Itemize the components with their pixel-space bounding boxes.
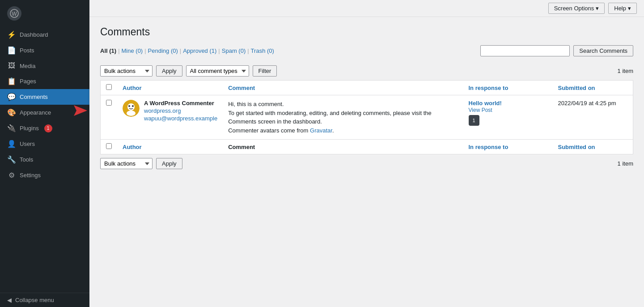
submitted-column-header[interactable]: Submitted on	[553, 81, 633, 95]
row-checkbox[interactable]	[106, 100, 112, 106]
author-column-header[interactable]: Author	[117, 81, 223, 95]
apply-button-top[interactable]: Apply	[156, 65, 182, 77]
submitted-cell: 2022/04/19 at 4:25 pm	[553, 95, 633, 140]
comment-types-select[interactable]: All comment types Comments Pings	[186, 65, 249, 77]
author-email-link[interactable]: wapuu@wordpress.example	[144, 115, 217, 122]
sidebar-item-plugins[interactable]: 🔌 Plugins 1	[0, 120, 89, 136]
sidebar-item-label: Media	[20, 63, 35, 69]
comment-cell: Hi, this is a comment. To get started wi…	[223, 95, 463, 140]
sidebar-item-settings[interactable]: ⚙ Settings General Writing Reading Discu…	[0, 167, 89, 183]
item-count-top: 1 item	[618, 68, 633, 74]
screen-options-chevron: ▾	[596, 5, 599, 12]
sidebar-nav: ⚡ Dashboard 📄 Posts 🖼 Media 📋 Pages 💬 Co…	[0, 27, 89, 293]
tools-icon: 🔧	[7, 155, 16, 164]
bottom-bulk-actions-select[interactable]: Bulk actions Approve Unapprove Mark as s…	[100, 158, 153, 169]
row-checkbox-cell	[101, 95, 118, 140]
comment-text: Hi, this is a comment. To get started wi…	[228, 100, 458, 135]
comment-line-3: Commenter avatars come from	[228, 127, 308, 134]
response-footer-header[interactable]: In response to	[463, 140, 553, 154]
comments-table: Author Comment In response to Submitted …	[100, 80, 633, 154]
table-row: A WordPress Commenter wordpress.org wapu…	[101, 95, 633, 140]
table-header-row: Author Comment In response to Submitted …	[101, 81, 633, 95]
response-title-link[interactable]: Hello world!	[469, 100, 502, 107]
table-footer-header-row: Author Comment In response to Submitted …	[101, 140, 633, 154]
author-footer-header[interactable]: Author	[117, 140, 223, 154]
search-input[interactable]	[480, 45, 570, 56]
apply-button-bottom[interactable]: Apply	[156, 158, 182, 169]
collapse-icon: ◀	[7, 297, 12, 303]
response-column-header[interactable]: In response to	[463, 81, 553, 95]
sidebar-item-comments[interactable]: 💬 Comments	[0, 89, 89, 105]
filter-link-pending[interactable]: Pending (0)	[148, 47, 178, 54]
screen-options-label: Screen Options	[554, 5, 594, 12]
sidebar-item-label: Users	[20, 141, 35, 147]
sidebar-item-label: Tools	[20, 156, 33, 163]
filter-count-all: (1)	[109, 47, 116, 54]
sidebar-item-label: Appearance	[20, 109, 51, 116]
collapse-menu-button[interactable]: ◀ Collapse menu	[0, 293, 89, 307]
select-all-header	[101, 81, 118, 95]
submitted-footer-header[interactable]: Submitted on	[553, 140, 633, 154]
gravatar-link[interactable]: Gravatar	[310, 127, 332, 134]
search-area: Search Comments	[480, 45, 633, 56]
comment-line-2: To get started with moderating, editing,…	[228, 110, 432, 125]
sidebar-item-label: Posts	[20, 47, 34, 54]
author-name: A WordPress Commenter	[144, 100, 217, 107]
comments-icon: 💬	[7, 93, 16, 101]
sidebar: W ⚡ Dashboard 📄 Posts 🖼 Media 📋 Pages 💬 …	[0, 0, 89, 307]
plugins-badge: 1	[44, 124, 52, 132]
help-label: Help	[614, 5, 626, 12]
sidebar-item-pages[interactable]: 📋 Pages	[0, 73, 89, 89]
author-avatar	[123, 100, 140, 117]
appearance-icon: 🎨	[7, 108, 16, 117]
filter-button[interactable]: Filter	[253, 65, 277, 77]
help-button[interactable]: Help ▾	[608, 3, 637, 14]
filter-link-approved[interactable]: Approved (1)	[183, 47, 216, 54]
filter-link-mine[interactable]: Mine (0)	[122, 47, 143, 54]
svg-point-6	[128, 105, 130, 107]
select-all-footer-header	[101, 140, 118, 154]
response-info: Hello world! View Post 1	[469, 100, 547, 126]
sidebar-item-users[interactable]: 👤 Users	[0, 136, 89, 152]
sidebar-item-label: Dashboard	[20, 31, 48, 38]
top-toolbar: Bulk actions Approve Unapprove Mark as s…	[100, 62, 633, 80]
pages-icon: 📋	[7, 77, 16, 85]
filter-link-all[interactable]: All (1)	[100, 47, 116, 54]
bottom-toolbar-left: Bulk actions Approve Unapprove Mark as s…	[100, 158, 182, 169]
sidebar-item-dashboard[interactable]: ⚡ Dashboard	[0, 27, 89, 43]
toolbar-left: Bulk actions Approve Unapprove Mark as s…	[100, 65, 277, 77]
users-icon: 👤	[7, 140, 16, 148]
filter-sep-2: |	[144, 47, 146, 54]
page-title: Comments	[100, 26, 633, 38]
sidebar-item-posts[interactable]: 📄 Posts	[0, 43, 89, 58]
select-all-footer-checkbox[interactable]	[106, 143, 112, 149]
response-cell: Hello world! View Post 1	[463, 95, 553, 140]
settings-icon: ⚙	[7, 171, 16, 179]
view-post-link[interactable]: View Post	[469, 107, 492, 113]
svg-text:W: W	[12, 11, 17, 17]
screen-options-button[interactable]: Screen Options ▾	[548, 3, 605, 14]
plugins-icon: 🔌	[7, 124, 16, 132]
wordpress-icon: W	[7, 6, 21, 21]
topbar: Screen Options ▾ Help ▾	[89, 0, 644, 17]
author-details: A WordPress Commenter wordpress.org wapu…	[144, 100, 217, 122]
select-all-checkbox[interactable]	[106, 84, 112, 90]
filter-link-trash[interactable]: Trash (0)	[251, 47, 274, 54]
filter-links-left: All (1) | Mine (0) | Pending (0) | Appro…	[100, 47, 274, 54]
sidebar-item-tools[interactable]: 🔧 Tools	[0, 152, 89, 167]
main-content: Screen Options ▾ Help ▾ Comments All (1)…	[89, 0, 644, 307]
bulk-actions-select[interactable]: Bulk actions Approve Unapprove Mark as s…	[100, 65, 153, 77]
collapse-label: Collapse menu	[15, 297, 54, 303]
sidebar-item-label: Settings	[20, 172, 41, 179]
filter-sep-4: |	[218, 47, 220, 54]
response-badge: 1	[469, 115, 479, 126]
filter-sep-3: |	[180, 47, 181, 54]
bottom-toolbar: Bulk actions Approve Unapprove Mark as s…	[100, 154, 633, 173]
arrow-indicator	[69, 105, 87, 116]
sidebar-logo: W	[0, 0, 89, 27]
sidebar-item-media[interactable]: 🖼 Media	[0, 58, 89, 73]
search-comments-button[interactable]: Search Comments	[573, 45, 633, 56]
author-website-link[interactable]: wordpress.org	[144, 107, 217, 114]
filter-link-spam[interactable]: Spam (0)	[222, 47, 246, 54]
filter-sep-1: |	[118, 47, 119, 54]
